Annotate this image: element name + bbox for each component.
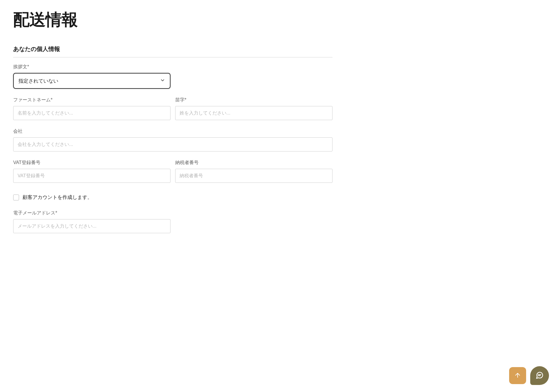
company-field[interactable]	[13, 137, 332, 151]
last-name-field[interactable]	[175, 106, 332, 120]
vat-number-field[interactable]	[13, 169, 170, 183]
first-name-label: ファーストネーム*	[13, 97, 170, 103]
tax-number-field[interactable]	[175, 169, 332, 183]
create-account-label[interactable]: 顧客アカウントを作成します。	[23, 194, 92, 201]
tax-number-label: 納税者番号	[175, 160, 332, 166]
company-label: 会社	[13, 128, 332, 134]
email-label: 電子メールアドレス*	[13, 210, 170, 216]
vat-number-label: VAT登録番号	[13, 160, 170, 166]
section-heading: あなたの個人情報	[13, 45, 332, 57]
salutation-label: 挨拶文*	[13, 64, 170, 70]
email-field[interactable]	[13, 219, 170, 233]
page-title: 配送情報	[13, 9, 332, 31]
last-name-label: 苗字*	[175, 97, 332, 103]
salutation-select[interactable]: 指定されていない	[13, 73, 170, 89]
first-name-field[interactable]	[13, 106, 170, 120]
create-account-checkbox[interactable]	[13, 195, 19, 200]
